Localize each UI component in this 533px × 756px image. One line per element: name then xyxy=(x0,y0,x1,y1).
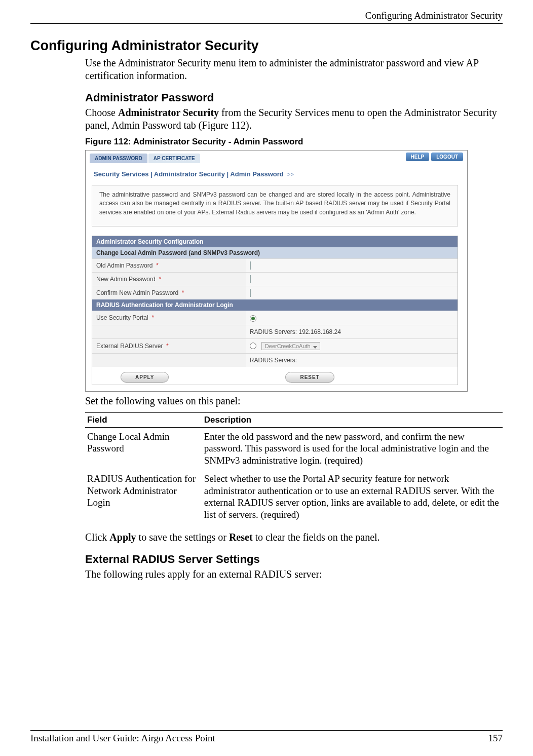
help-button[interactable]: HELP xyxy=(406,153,430,161)
th-description: Description xyxy=(202,412,503,427)
after-figure-text: Set the following values on this panel: xyxy=(85,395,503,407)
confirm-password-input[interactable] xyxy=(250,289,251,297)
apply-pre: Click xyxy=(85,532,109,543)
apply-bold: Apply xyxy=(109,532,136,543)
tab-strip: ADMIN PASSWORD AP CERTIFICATE xyxy=(90,154,200,163)
field-description-table: Field Description Change Local Admin Pas… xyxy=(85,412,503,524)
th-field: Field xyxy=(85,412,202,427)
footer-page-number: 157 xyxy=(488,733,503,744)
page-footer: Installation and User Guide: Airgo Acces… xyxy=(30,730,503,744)
old-password-input[interactable] xyxy=(250,261,251,270)
radius-servers-portal: RADIUS Servers: 192.168.168.24 xyxy=(246,325,458,338)
section-external-radius-title: External RADIUS Server Settings xyxy=(85,553,503,566)
running-header: Configuring Administrator Security xyxy=(30,10,503,24)
panel-header-change-pw: Change Local Admin Password (and SNMPv3 … xyxy=(92,247,458,258)
label-external-radius: External RADIUS Server xyxy=(96,343,163,350)
config-panel: Administrator Security Configuration Cha… xyxy=(92,236,458,385)
figure-admin-security: ADMIN PASSWORD AP CERTIFICATE HELP LOGOU… xyxy=(85,150,468,392)
figure-caption: Figure 112: Administrator Security - Adm… xyxy=(85,137,503,147)
required-asterisk: * xyxy=(166,343,169,350)
new-password-input[interactable] xyxy=(250,275,251,283)
lead-pre: Choose xyxy=(85,107,118,118)
use-security-portal-radio[interactable] xyxy=(250,315,256,322)
apply-post: to clear the fields on the panel. xyxy=(253,532,380,543)
label-old-password: Old Admin Password xyxy=(96,262,153,269)
footer-left: Installation and User Guide: Airgo Acces… xyxy=(30,733,215,744)
form-table-password: Old Admin Password * New Admin Password … xyxy=(92,258,458,299)
logout-button[interactable]: LOGOUT xyxy=(431,153,463,161)
required-asterisk: * xyxy=(156,262,159,269)
label-new-password: New Admin Password xyxy=(96,276,156,283)
info-box: The administrative password and SNMPv3 p… xyxy=(92,185,458,226)
apply-button[interactable]: APPLY xyxy=(121,372,169,383)
reset-button[interactable]: RESET xyxy=(285,372,334,383)
breadcrumb-arrow-icon: >> xyxy=(287,171,294,177)
radius-servers-external: RADIUS Servers: xyxy=(246,353,458,367)
required-asterisk: * xyxy=(182,289,184,296)
lead-bold: Administrator Security xyxy=(118,107,219,118)
required-asterisk: * xyxy=(159,276,161,283)
table-row: Change Local Admin Password Enter the ol… xyxy=(85,427,503,470)
def-desc-0: Enter the old password and the new passw… xyxy=(202,427,503,470)
external-radius-radio[interactable] xyxy=(250,343,256,349)
section-admin-password-title: Administrator Password xyxy=(85,91,503,104)
admin-password-lead: Choose Administrator Security from the S… xyxy=(85,106,503,132)
page-title: Configuring Administrator Security xyxy=(30,38,503,54)
table-row: RADIUS Authentication for Network Admini… xyxy=(85,470,503,524)
panel-header-radius: RADIUS Authentication for Administrator … xyxy=(92,299,458,311)
figure-topbar: ADMIN PASSWORD AP CERTIFICATE HELP LOGOU… xyxy=(86,150,467,163)
def-field-1: RADIUS Authentication for Network Admini… xyxy=(85,470,202,524)
apply-mid: to save the settings or xyxy=(136,532,229,543)
form-table-radius: Use Security Portal * RADIUS Servers: 19… xyxy=(92,311,458,366)
intro-paragraph: Use the Administrator Security menu item… xyxy=(85,57,503,82)
breadcrumb-text: Security Services | Administrator Securi… xyxy=(94,170,284,178)
apply-reset-sentence: Click Apply to save the settings or Rese… xyxy=(85,531,503,544)
breadcrumb: Security Services | Administrator Securi… xyxy=(92,163,467,185)
button-row: APPLY RESET xyxy=(92,367,458,385)
panel-header-main: Administrator Security Configuration xyxy=(92,236,458,247)
tab-ap-certificate[interactable]: AP CERTIFICATE xyxy=(148,154,200,163)
label-use-security-portal: Use Security Portal xyxy=(96,314,148,321)
def-field-0: Change Local Admin Password xyxy=(85,427,202,470)
def-desc-1: Select whether to use the Portal AP secu… xyxy=(202,470,503,524)
label-confirm-password: Confirm New Admin Password xyxy=(96,289,178,296)
required-asterisk: * xyxy=(151,314,154,321)
external-radius-select[interactable]: DeerCreekCoAuth xyxy=(261,342,320,350)
external-radius-lead: The following rules apply for an externa… xyxy=(85,568,503,581)
reset-bold: Reset xyxy=(229,532,253,543)
tab-admin-password[interactable]: ADMIN PASSWORD xyxy=(90,154,147,163)
